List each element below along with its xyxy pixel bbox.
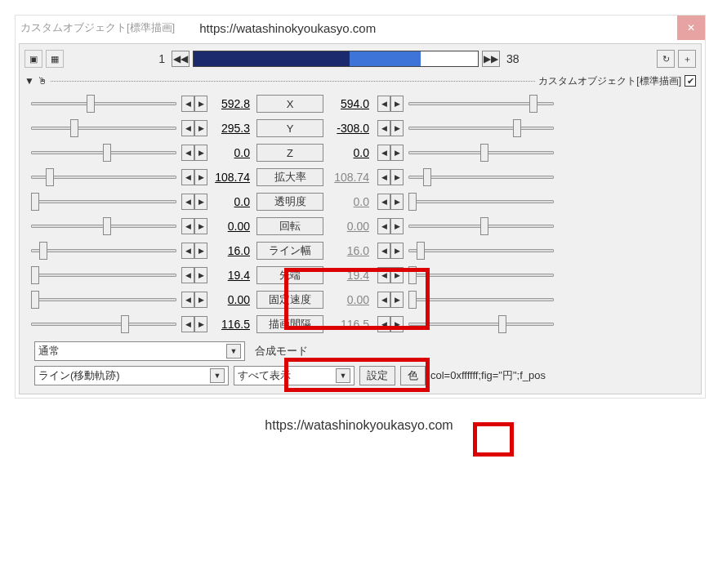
spin-right-dec[interactable]: ◀: [377, 243, 390, 259]
param-label-button[interactable]: 拡大率: [256, 168, 323, 186]
slider-thumb[interactable]: [513, 119, 521, 137]
spin-right-inc[interactable]: ▶: [390, 243, 404, 259]
slider-right[interactable]: [408, 144, 554, 162]
value-right[interactable]: 19.4: [327, 269, 372, 282]
value-right[interactable]: 0.00: [327, 220, 372, 233]
spin-right-dec[interactable]: ◀: [377, 267, 390, 283]
slider-right[interactable]: [408, 291, 554, 309]
slider-right[interactable]: [408, 242, 554, 260]
value-left[interactable]: 295.3: [207, 122, 253, 135]
slider-right[interactable]: [408, 315, 554, 333]
slider-thumb[interactable]: [70, 119, 78, 137]
spin-left-dec[interactable]: ◀: [181, 218, 194, 234]
slider-left[interactable]: [31, 242, 176, 260]
spin-right-inc[interactable]: ▶: [390, 96, 404, 112]
spin-left-inc[interactable]: ▶: [194, 120, 207, 136]
spin-left-dec[interactable]: ◀: [181, 120, 194, 136]
spin-right-inc[interactable]: ▶: [390, 292, 404, 308]
slider-left[interactable]: [31, 95, 176, 113]
spin-left-dec[interactable]: ◀: [181, 243, 194, 259]
spin-right-dec[interactable]: ◀: [377, 316, 390, 332]
camera-icon-button[interactable]: ▣: [25, 50, 42, 68]
spin-left-inc[interactable]: ▶: [194, 145, 207, 161]
spin-left-dec[interactable]: ◀: [181, 316, 194, 332]
value-right[interactable]: -308.0: [327, 122, 372, 135]
spin-left-inc[interactable]: ▶: [194, 218, 207, 234]
settings-button[interactable]: 設定: [359, 366, 395, 385]
spin-left-inc[interactable]: ▶: [194, 267, 207, 283]
param-label-button[interactable]: 先端: [256, 266, 323, 284]
spin-left-inc[interactable]: ▶: [194, 169, 207, 185]
spin-right-inc[interactable]: ▶: [390, 267, 404, 283]
spin-right-inc[interactable]: ▶: [390, 145, 404, 161]
value-right[interactable]: 594.0: [327, 97, 372, 110]
slider-thumb[interactable]: [408, 291, 417, 309]
spin-right-inc[interactable]: ▶: [390, 316, 404, 332]
slider-left[interactable]: [31, 193, 176, 211]
slider-thumb[interactable]: [408, 193, 417, 211]
spin-right-inc[interactable]: ▶: [390, 120, 404, 136]
spin-left-inc[interactable]: ▶: [194, 316, 207, 332]
refresh-button[interactable]: ↻: [657, 50, 675, 68]
value-left[interactable]: 592.8: [207, 97, 253, 110]
enable-checkbox[interactable]: ✔: [685, 75, 696, 87]
param-label-button[interactable]: Z: [256, 144, 323, 162]
value-left[interactable]: 108.74: [207, 171, 253, 184]
slider-left[interactable]: [31, 217, 176, 235]
prev-button[interactable]: ◀◀: [172, 51, 190, 67]
param-label-button[interactable]: 固定速度: [256, 291, 323, 309]
slider-right[interactable]: [408, 217, 554, 235]
spin-right-dec[interactable]: ◀: [377, 96, 390, 112]
slider-left[interactable]: [31, 144, 176, 162]
slider-thumb[interactable]: [121, 315, 129, 333]
param-label-button[interactable]: Y: [256, 119, 323, 137]
value-left[interactable]: 0.0: [207, 195, 253, 208]
slider-thumb[interactable]: [423, 168, 431, 186]
spin-left-dec[interactable]: ◀: [181, 169, 194, 185]
effect-combo[interactable]: ライン(移動軌跡) ▼: [34, 366, 229, 385]
slider-thumb[interactable]: [529, 95, 537, 113]
slider-thumb[interactable]: [31, 193, 39, 211]
value-right[interactable]: 0.0: [327, 195, 372, 208]
slider-right[interactable]: [408, 119, 554, 137]
slider-right[interactable]: [408, 266, 554, 284]
value-right[interactable]: 116.5: [327, 318, 372, 331]
param-label-button[interactable]: 透明度: [256, 193, 323, 211]
value-left[interactable]: 0.00: [207, 293, 253, 306]
timeline[interactable]: [193, 51, 479, 67]
slider-thumb[interactable]: [31, 291, 39, 309]
spin-right-inc[interactable]: ▶: [390, 218, 404, 234]
color-button[interactable]: 色: [400, 366, 426, 385]
value-left[interactable]: 16.0: [207, 244, 253, 257]
value-right[interactable]: 0.0: [327, 146, 372, 159]
value-left[interactable]: 19.4: [207, 269, 253, 282]
slider-left[interactable]: [31, 168, 176, 186]
spin-left-inc[interactable]: ▶: [194, 243, 207, 259]
close-button[interactable]: ✕: [677, 16, 705, 40]
param-label-button[interactable]: 回転: [256, 217, 323, 235]
blend-mode-combo[interactable]: 通常 ▼: [34, 341, 245, 361]
add-button[interactable]: ＋: [678, 50, 696, 68]
spin-left-inc[interactable]: ▶: [194, 292, 207, 308]
spin-left-dec[interactable]: ◀: [181, 96, 194, 112]
value-left[interactable]: 0.0: [207, 146, 253, 159]
grid-icon-button[interactable]: ▦: [46, 50, 64, 68]
slider-thumb[interactable]: [87, 95, 95, 113]
param-label-button[interactable]: ライン幅: [256, 242, 323, 260]
spin-left-dec[interactable]: ◀: [181, 145, 194, 161]
slider-thumb[interactable]: [103, 144, 111, 162]
slider-thumb[interactable]: [408, 266, 417, 284]
slider-thumb[interactable]: [46, 168, 54, 186]
slider-thumb[interactable]: [480, 144, 488, 162]
slider-thumb[interactable]: [39, 242, 47, 260]
spin-left-dec[interactable]: ◀: [181, 267, 194, 283]
spin-left-dec[interactable]: ◀: [181, 292, 194, 308]
spin-right-dec[interactable]: ◀: [377, 145, 390, 161]
value-right[interactable]: 16.0: [327, 244, 372, 257]
slider-left[interactable]: [31, 266, 176, 284]
slider-thumb[interactable]: [417, 242, 425, 260]
slider-right[interactable]: [408, 95, 554, 113]
value-right[interactable]: 0.00: [327, 293, 372, 306]
spin-left-inc[interactable]: ▶: [194, 96, 207, 112]
slider-thumb[interactable]: [498, 315, 506, 333]
